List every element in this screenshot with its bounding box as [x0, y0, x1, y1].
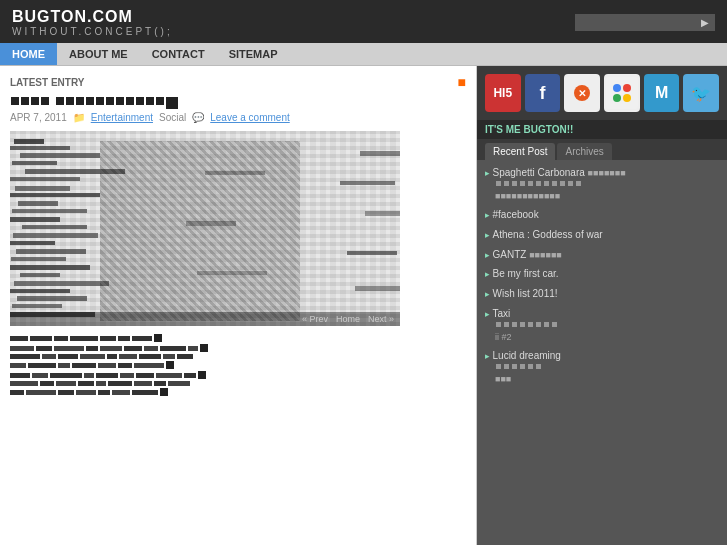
left-content: LATEST ENTRY ■ APR 7, 2011 📁 Entertainme…: [0, 66, 477, 545]
post-gantz[interactable]: GANTZ ■■■■■■: [485, 248, 719, 262]
nav-about[interactable]: ABOUT ME: [57, 43, 140, 65]
tab-archives[interactable]: Archives: [557, 143, 611, 160]
its-me-label: IT'S ME BUGTON!!: [477, 120, 727, 139]
posts-list: Spaghetti Carbonara ■■■■■■■ ■■■■■■■■■■■■…: [477, 160, 727, 545]
leave-comment[interactable]: Leave a comment: [210, 112, 290, 123]
logo-area: BUGTON.COM WITHOUT.CONCEPT();: [12, 8, 173, 37]
logo-title: BUGTON.COM: [12, 8, 173, 26]
svg-point-4: [623, 84, 631, 92]
main-content: LATEST ENTRY ■ APR 7, 2011 📁 Entertainme…: [0, 66, 727, 545]
right-sidebar: HI5 f ✕ M 🐦 IT'S ME BUGTON!! Recent Post: [477, 66, 727, 545]
post-lucid[interactable]: Lucid dreaming ■■■: [485, 349, 719, 385]
svg-point-3: [613, 84, 621, 92]
header: BUGTON.COM WITHOUT.CONCEPT(); ▶: [0, 0, 727, 43]
latest-entry-bar: LATEST ENTRY ■: [10, 74, 466, 90]
post-wishlist[interactable]: Wish list 2011!: [485, 287, 719, 301]
post-meta: APR 7, 2011 📁 Entertainment Social 💬 Lea…: [10, 112, 466, 123]
post-title: [10, 96, 466, 110]
comment-icon: 💬: [192, 112, 204, 123]
post-firstcar[interactable]: Be my first car.: [485, 267, 719, 281]
post-image: // Will be rendered via inline generatio…: [10, 131, 466, 326]
post-social: Social: [159, 112, 186, 123]
rss-icon[interactable]: ■: [458, 74, 466, 90]
post-taxi[interactable]: Taxi ii #2: [485, 307, 719, 343]
nav-sitemap[interactable]: SITEMAP: [217, 43, 290, 65]
post-sub-lucid: [485, 363, 719, 370]
posts-tabs: Recent Post Archives: [477, 139, 727, 160]
latest-entry-label: LATEST ENTRY: [10, 77, 84, 88]
twitter-icon[interactable]: 🐦: [683, 74, 719, 112]
search-button[interactable]: ▶: [695, 14, 715, 31]
multiply-icon[interactable]: ✕: [564, 74, 600, 112]
post-sub-taxi: [485, 321, 719, 328]
post-category-icon: 📁: [73, 112, 85, 123]
post-facebook[interactable]: #facebook: [485, 208, 719, 222]
search-area[interactable]: ▶: [575, 14, 715, 31]
svg-text:✕: ✕: [578, 88, 586, 99]
img-nav-home[interactable]: Home: [336, 314, 360, 324]
svg-rect-2: [606, 77, 638, 109]
post-athena[interactable]: Athena : Goddess of war: [485, 228, 719, 242]
nav-home[interactable]: HOME: [0, 43, 57, 65]
navigation: HOME ABOUT ME CONTACT SITEMAP: [0, 43, 727, 66]
google-icon[interactable]: [604, 74, 640, 112]
post-sub-spaghetti: [485, 180, 719, 187]
nav-contact[interactable]: CONTACT: [140, 43, 217, 65]
post-content: [10, 334, 466, 396]
post-category[interactable]: Entertainment: [91, 112, 153, 123]
meebo-icon[interactable]: M: [644, 74, 680, 112]
svg-point-5: [613, 94, 621, 102]
img-nav-prev[interactable]: « Prev: [302, 314, 328, 324]
logo-subtitle: WITHOUT.CONCEPT();: [12, 26, 173, 37]
tab-recent-post[interactable]: Recent Post: [485, 143, 555, 160]
img-nav-next[interactable]: Next »: [368, 314, 394, 324]
post-date: APR 7, 2011: [10, 112, 67, 123]
social-icons-row: HI5 f ✕ M 🐦: [477, 66, 727, 120]
hi5-icon[interactable]: HI5: [485, 74, 521, 112]
svg-point-6: [623, 94, 631, 102]
post-spaghetti[interactable]: Spaghetti Carbonara ■■■■■■■ ■■■■■■■■■■■■: [485, 166, 719, 202]
search-input[interactable]: [575, 14, 695, 31]
facebook-icon[interactable]: f: [525, 74, 561, 112]
